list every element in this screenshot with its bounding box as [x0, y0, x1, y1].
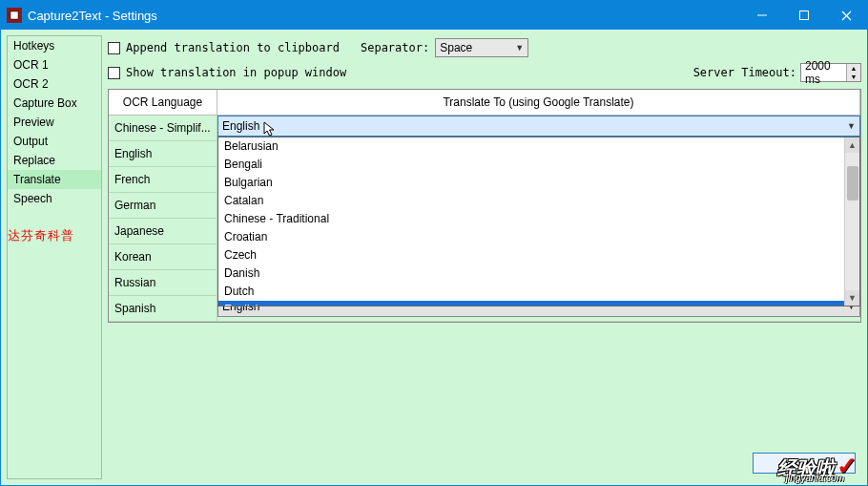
sidebar-item-replace[interactable]: Replace: [8, 151, 101, 170]
separator-select[interactable]: Space ▼: [435, 38, 528, 57]
ocr-cell: Russian: [109, 270, 217, 295]
dropdown-item[interactable]: Dutch: [218, 283, 844, 301]
dropdown-item[interactable]: Danish: [218, 264, 844, 283]
main-panel: Append translation to clipboard Separato…: [108, 35, 861, 479]
ocr-cell: Spanish: [109, 296, 217, 321]
dropdown-item[interactable]: Czech: [218, 246, 844, 264]
body: HotkeysOCR 1OCR 2Capture BoxPreviewOutpu…: [1, 30, 867, 485]
chevron-down-icon: ▼: [515, 43, 524, 53]
ocr-cell: Korean: [109, 244, 217, 269]
dropdown-item[interactable]: Bulgarian: [218, 174, 844, 192]
spin-up-icon[interactable]: ▲: [847, 64, 860, 73]
watermark-text: 达芬奇科普: [8, 227, 74, 244]
ocr-cell: French: [109, 167, 217, 192]
timeout-value: 2000 ms: [801, 59, 846, 86]
scroll-up-icon[interactable]: ▲: [845, 137, 859, 153]
append-checkbox[interactable]: [108, 42, 120, 54]
window-title: Capture2Text - Settings: [28, 9, 741, 23]
chevron-down-icon: ▼: [847, 121, 856, 131]
dropdown-item[interactable]: Croatian: [218, 228, 844, 246]
popup-checkbox[interactable]: [108, 67, 120, 79]
svg-rect-2: [800, 11, 809, 20]
option-row-1: Append translation to clipboard Separato…: [108, 35, 861, 60]
cursor-icon: [263, 121, 277, 141]
header-translate: Translate To (using Google Translate): [217, 90, 860, 116]
dropdown-item[interactable]: Belarusian: [218, 137, 844, 156]
header-ocr: OCR Language: [109, 90, 217, 116]
dropdown-item[interactable]: Bengali: [218, 156, 844, 174]
dropdown-item[interactable]: English: [218, 301, 844, 306]
sidebar-item-ocr-2[interactable]: OCR 2: [8, 74, 101, 94]
close-button[interactable]: [825, 1, 867, 30]
scroll-down-icon[interactable]: ▼: [845, 290, 859, 306]
spin-down-icon[interactable]: ▼: [847, 73, 860, 81]
translate-table: OCR Language Translate To (using Google …: [108, 89, 861, 323]
option-row-2: Show translation in popup window Server …: [108, 60, 861, 85]
separator-value: Space: [440, 41, 472, 54]
titlebar[interactable]: Capture2Text - Settings: [1, 1, 867, 30]
translate-cell[interactable]: English▼BelarusianBengaliBulgarianCatala…: [217, 116, 860, 140]
translate-combo[interactable]: English▼: [217, 116, 860, 137]
server-timeout: Server Timeout: 2000 ms ▲ ▼: [693, 63, 861, 82]
separator-label: Separator:: [361, 41, 429, 54]
minimize-button[interactable]: [741, 1, 783, 30]
sidebar: HotkeysOCR 1OCR 2Capture BoxPreviewOutpu…: [7, 35, 102, 479]
dropdown-scrollbar[interactable]: ▲▼: [844, 137, 859, 306]
sidebar-item-hotkeys[interactable]: Hotkeys: [8, 36, 101, 55]
language-dropdown: BelarusianBengaliBulgarianCatalanChinese…: [217, 137, 860, 306]
ocr-cell: English: [109, 141, 217, 166]
sidebar-item-ocr-1[interactable]: OCR 1: [8, 55, 101, 74]
dropdown-item[interactable]: Catalan: [218, 192, 844, 210]
watermark-brand: 经验啦 ✓ jingyanla.com: [777, 452, 858, 481]
scroll-thumb[interactable]: [847, 166, 858, 201]
dropdown-item[interactable]: Chinese - Traditional: [218, 210, 844, 228]
maximize-button[interactable]: [783, 1, 825, 30]
sidebar-item-translate[interactable]: Translate: [8, 170, 101, 189]
ocr-cell: Chinese - Simplif...: [109, 116, 217, 140]
svg-rect-0: [10, 11, 18, 19]
app-icon: [7, 8, 22, 23]
ocr-cell: Japanese: [109, 219, 217, 243]
table-header: OCR Language Translate To (using Google …: [109, 90, 860, 116]
table-row: Chinese - Simplif...English▼BelarusianBe…: [109, 116, 860, 141]
sidebar-item-capture-box[interactable]: Capture Box: [8, 94, 101, 113]
sidebar-item-speech[interactable]: Speech: [8, 189, 101, 208]
popup-label: Show translation in popup window: [126, 66, 346, 79]
combo-value: English: [222, 119, 259, 133]
sidebar-item-preview[interactable]: Preview: [8, 113, 101, 132]
sidebar-item-output[interactable]: Output: [8, 132, 101, 151]
append-label: Append translation to clipboard: [126, 41, 340, 54]
timeout-spinner[interactable]: 2000 ms ▲ ▼: [800, 63, 861, 82]
settings-window: Capture2Text - Settings HotkeysOCR 1OCR …: [0, 0, 868, 486]
brand-url: jingyanla.com: [786, 473, 844, 483]
ocr-cell: German: [109, 193, 217, 218]
server-label: Server Timeout:: [693, 66, 796, 79]
